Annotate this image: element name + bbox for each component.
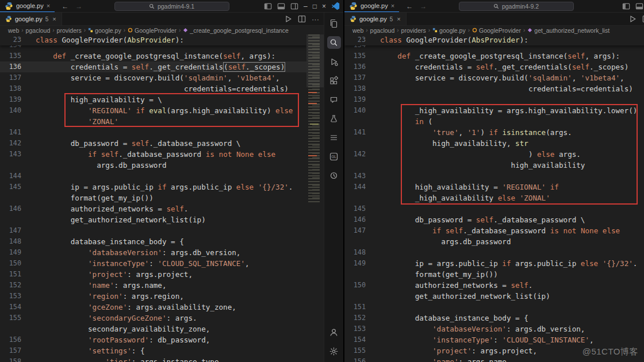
chat-icon[interactable] (327, 93, 341, 106)
tab-close-icon[interactable]: × (397, 16, 400, 22)
breadcrumb-item[interactable]: pgacloud (370, 27, 395, 34)
code-line[interactable]: 144high_availability = 'REGIONAL' if (344, 182, 644, 192)
code-line[interactable]: 134 (344, 45, 644, 51)
run-button[interactable] (628, 15, 637, 23)
sticky-scroll-line[interactable]: 23class GoogleProvider(AbsProvider): (344, 34, 644, 45)
code-line[interactable]: 141 (0, 127, 306, 138)
code-line[interactable]: 149'databaseVersion': args.db_version, (0, 247, 306, 258)
command-center-search[interactable]: pgadmin4-9.1 (114, 2, 229, 11)
run-button[interactable] (284, 15, 292, 23)
code-line[interactable]: args.db_password (344, 236, 644, 247)
close-icon[interactable]: × (391, 2, 394, 9)
code-line[interactable]: 139 (344, 94, 644, 105)
toggle-sidebar-icon[interactable] (264, 2, 272, 10)
code-line[interactable]: 145ip = args.public_ip if args.public_ip… (0, 182, 306, 192)
code-line[interactable]: 154'instanceType': 'CLOUD_SQL_INSTANCE', (344, 334, 644, 345)
tab-google-py[interactable]: google.py 5 × (0, 13, 62, 25)
gitlab-icon[interactable]: GL (327, 150, 341, 163)
code-line[interactable]: format(get_my_ip()) (0, 192, 306, 203)
breadcrumb-item-method[interactable]: get_authorized_network_list (527, 27, 610, 34)
code-line[interactable]: _high_availability else 'ZONAL' (344, 192, 644, 203)
maximize-button[interactable]: □ (313, 3, 317, 10)
code-editor[interactable]: 23class GoogleProvider(AbsProvider): 134… (0, 34, 306, 362)
code-line[interactable]: 140'REGIONAL' if eval(args.high_availabi… (0, 105, 306, 116)
code-line[interactable]: format(get_my_ip()) (344, 269, 644, 280)
code-line[interactable]: 158'tier': args.instance_type, (0, 356, 306, 362)
outline-icon[interactable] (327, 131, 341, 144)
code-line[interactable]: 152'name': args.name, (0, 280, 306, 291)
code-line[interactable]: 134 (0, 45, 306, 51)
code-line[interactable]: 144 (0, 171, 306, 182)
code-line[interactable]: 137service = discovery.build('sqladmin',… (0, 72, 306, 83)
code-line[interactable]: 149ip = args.public_ip if args.public_ip… (344, 258, 644, 269)
code-line[interactable]: 'ZONAL' (0, 116, 306, 127)
breadcrumb-item-class[interactable]: GoogleProvider (472, 27, 521, 34)
code-line[interactable]: 143if self._database_password is not Non… (0, 149, 306, 160)
code-line[interactable]: 135def _create_google_postgresql_instanc… (0, 51, 306, 61)
settings-icon[interactable] (327, 345, 341, 357)
extensions-icon[interactable] (327, 74, 341, 87)
breadcrumb-item[interactable]: providers (401, 27, 426, 34)
code-line[interactable]: 142db_password = self._database_password… (0, 138, 306, 149)
breadcrumb-item-class[interactable]: GoogleProvider (128, 27, 177, 34)
code-line[interactable]: 139high_availability = \ (0, 94, 306, 105)
code-line[interactable]: 151'project': args.project, (0, 269, 306, 280)
toggle-panel-icon[interactable] (635, 2, 643, 10)
forward-button[interactable]: → (75, 2, 82, 10)
code-line[interactable]: 157'settings': { (0, 345, 306, 356)
code-editor[interactable]: 23class GoogleProvider(AbsProvider): 134… (344, 34, 644, 362)
more-actions-button[interactable]: ··· (312, 15, 319, 24)
code-line[interactable]: 145 (344, 203, 644, 214)
code-line[interactable]: 147if self._database_password is not Non… (344, 225, 644, 236)
tab-google-py[interactable]: google.py 5 × (344, 13, 407, 25)
code-line[interactable]: get_authorized_network_list(ip) (344, 291, 644, 302)
code-line[interactable]: 153'region': args.region, (0, 291, 306, 302)
minimap[interactable] (306, 34, 324, 362)
toggle-sidebar-icon[interactable] (622, 2, 630, 10)
code-line[interactable]: 148 (344, 247, 644, 258)
code-line[interactable]: 136credentials = self._get_credentials(s… (344, 61, 644, 72)
breadcrumb-item[interactable]: providers (57, 27, 82, 34)
code-line[interactable]: 143 (344, 171, 644, 182)
code-line[interactable]: get_authorized_network_list(ip) (0, 214, 306, 225)
forward-button[interactable]: → (420, 2, 427, 10)
code-line[interactable]: high_availability, str (344, 138, 644, 149)
code-line[interactable]: 152database_instance_body = { (344, 313, 644, 324)
breadcrumb-item-method[interactable]: _create_google_postgresql_instance (183, 27, 289, 34)
code-line[interactable]: 138credentials=credentials) (0, 83, 306, 94)
code-line[interactable]: 156'rootPassword': db_password, (0, 334, 306, 345)
account-icon[interactable] (327, 326, 341, 338)
code-line[interactable]: 150'instanceType': 'CLOUD_SQL_INSTANCE', (0, 258, 306, 269)
code-line[interactable]: 155'secondaryGceZone': args. (0, 313, 306, 324)
split-editor-button[interactable] (298, 15, 306, 23)
code-line[interactable]: 140_high_availability = args.high_availa… (344, 105, 644, 116)
run-debug-icon[interactable] (327, 55, 341, 68)
code-line[interactable]: 146db_password = self._database_password… (344, 214, 644, 225)
code-line[interactable]: 153'databaseVersion': args.db_version, (344, 324, 644, 334)
close-icon[interactable]: × (47, 2, 50, 9)
minimap-viewport[interactable] (306, 34, 324, 87)
toggle-panel-icon[interactable] (277, 2, 285, 10)
search-icon[interactable] (327, 36, 341, 49)
minimize-button[interactable]: – (304, 3, 308, 10)
testing-icon[interactable] (327, 112, 341, 125)
breadcrumb-item-file[interactable]: google.py (432, 27, 466, 34)
code-line[interactable]: 142) else args. (344, 149, 644, 160)
breadcrumb-item[interactable]: web (352, 27, 363, 34)
window-close-button[interactable]: × (322, 3, 326, 10)
back-button[interactable]: ← (62, 2, 68, 10)
breadcrumb-item[interactable]: web (8, 27, 19, 34)
code-line[interactable]: 136credentials = self._get_credentials(s… (0, 61, 306, 72)
code-line[interactable]: 150authorized_networks = self. (344, 280, 644, 291)
code-line[interactable]: 138credentials=credentials) (344, 83, 644, 94)
files-icon[interactable] (327, 17, 341, 30)
code-line[interactable]: high_availability (344, 160, 644, 171)
back-button[interactable]: ← (406, 2, 413, 10)
code-line[interactable]: 146authorized_networks = self. (0, 203, 306, 214)
tab-close-icon[interactable]: × (52, 16, 56, 22)
sticky-scroll-line[interactable]: 23class GoogleProvider(AbsProvider): (0, 34, 306, 45)
code-line[interactable]: 148database_instance_body = { (0, 236, 306, 247)
code-line[interactable]: 141'true', '1') if isinstance(args. (344, 127, 644, 138)
command-center-search[interactable]: pgadmin4-9.2 (459, 2, 574, 11)
toggle-secondary-sidebar-icon[interactable] (290, 2, 298, 10)
